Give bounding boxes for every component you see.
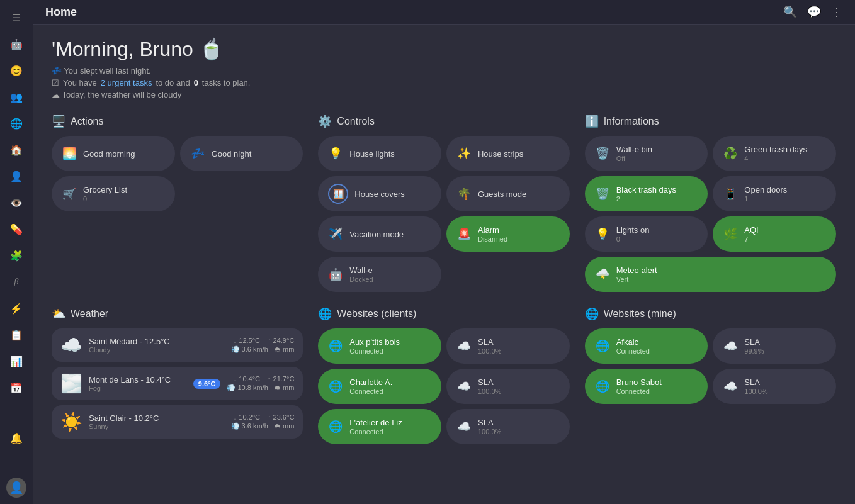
weather-line: ☁ Today, the weather will be cloudy — [52, 90, 836, 99]
controls-header: ⚙️ Controls — [318, 115, 569, 128]
sla-mine-1-icon: ☁️ — [723, 339, 738, 353]
grocery-sublabel: 0 — [83, 195, 165, 203]
websites-clients-panel: 🌐 Websites (clients) 🌐 Aux p'tits bois C… — [318, 307, 569, 444]
sidebar-puzzle-icon[interactable]: 🧩 — [5, 244, 28, 267]
sidebar-pill-icon[interactable]: 💊 — [5, 218, 28, 240]
weather-icon-1: ☁️ — [60, 335, 82, 356]
weather-temp-low-2: ↓ 10.4°C — [234, 375, 260, 383]
sidebar-chart-icon[interactable]: 📊 — [5, 350, 28, 372]
green-trash-sublabel: 4 — [744, 155, 826, 162]
liz-icon: 🌐 — [328, 420, 343, 434]
black-trash-label: Black trash days — [616, 185, 698, 194]
sleep-line: 💤 You slept well last night. — [52, 66, 836, 76]
liz-label: L'atelier de Liz — [349, 418, 431, 427]
weather-header: ⛅ Weather — [52, 307, 303, 321]
tile-wall-e[interactable]: 🤖 Wall-e Docked — [318, 257, 441, 292]
wall-e-label: Wall-e — [349, 266, 431, 275]
weather-row-2[interactable]: 🌫️ Mont de Lans - 10.4°C Fog 9.6°C ↓ 10.… — [52, 367, 303, 400]
weather-condition-3: Sunny — [89, 423, 225, 430]
sidebar-bell-icon[interactable]: 🔔 — [5, 427, 28, 450]
guests-mode-label: Guests mode — [478, 189, 560, 199]
house-covers-label: House covers — [354, 189, 431, 199]
tile-house-covers[interactable]: 🪟 House covers — [318, 176, 441, 211]
bruno-sabot-sublabel: Connected — [616, 388, 698, 395]
weather-temp-low-3: ↓ 10.2°C — [234, 413, 260, 421]
house-lights-icon: 💡 — [328, 147, 343, 160]
meteo-alert-sublabel: Vert — [616, 276, 826, 283]
tile-good-night[interactable]: 💤 Good night — [180, 136, 303, 171]
checkbox-icon: ☑ — [52, 78, 59, 87]
afkalc-icon: 🌐 — [595, 339, 610, 353]
meteo-alert-icon: 🌩️ — [595, 267, 610, 281]
wall-e-sublabel: Docked — [349, 276, 431, 283]
sidebar-globe-icon[interactable]: 🌐 — [5, 112, 28, 135]
tile-sla-1[interactable]: ☁️ SLA 100.0% — [446, 328, 570, 364]
alarm-label: Alarm — [478, 225, 560, 235]
sidebar-face-icon[interactable]: 😊 — [5, 59, 28, 82]
websites-clients-title: Websites (clients) — [337, 308, 416, 320]
sidebar-eye-icon[interactable]: 👁️ — [5, 191, 28, 214]
message-icon[interactable]: 💬 — [807, 5, 821, 19]
weather-stats-2: ↓ 10.4°C ↑ 21.7°C 💨 10.8 km/h 🌧 mm — [227, 375, 294, 392]
tile-aqi[interactable]: 🌿 AQI 7 — [713, 216, 836, 252]
actions-panel: 🖥️ Actions 🌅 Good morning 💤 Good night — [52, 115, 303, 292]
sidebar-list-icon[interactable]: 📋 — [5, 323, 28, 346]
tile-bruno-sabot[interactable]: 🌐 Bruno Sabot Connected — [585, 369, 708, 404]
wall-e-bin-label: Wall-e bin — [616, 145, 698, 154]
weather-name-1: Saint Médard - 12.5°C — [89, 337, 225, 346]
weather-wind-2: 💨 10.8 km/h 🌧 mm — [227, 384, 294, 392]
tile-black-trash[interactable]: 🗑️ Black trash days 2 — [585, 176, 708, 211]
more-icon[interactable]: ⋮ — [831, 5, 842, 19]
house-covers-icon: 🪟 — [328, 184, 348, 204]
sla-2-sublabel: 100.0% — [478, 388, 560, 395]
sidebar-home-icon[interactable]: 🏠 — [5, 138, 28, 161]
tile-afkalc[interactable]: 🌐 Afkalc Connected — [585, 328, 708, 364]
good-night-label: Good night — [212, 149, 293, 159]
tile-vacation-mode[interactable]: ✈️ Vacation mode — [318, 216, 441, 252]
tile-aux-ptits-bois[interactable]: 🌐 Aux p'tits bois Connected — [318, 328, 441, 364]
websites-clients-tiles: 🌐 Aux p'tits bois Connected ☁️ SLA 100.0… — [318, 328, 569, 444]
weather-row-1[interactable]: ☁️ Saint Médard - 12.5°C Cloudy ↓ 12.5°C… — [52, 328, 303, 362]
informations-title: Informations — [604, 116, 659, 127]
tile-sla-mine-1[interactable]: ☁️ SLA 99.9% — [713, 328, 836, 364]
controls-panel: ⚙️ Controls 💡 House lights ✨ House strip… — [318, 115, 569, 292]
tile-wall-e-bin[interactable]: 🗑️ Wall-e bin Off — [585, 136, 708, 171]
tile-house-lights[interactable]: 💡 House lights — [318, 136, 441, 171]
tile-sla-mine-2[interactable]: ☁️ SLA 100.0% — [713, 369, 836, 404]
tile-sla-2[interactable]: ☁️ SLA 100.0% — [446, 369, 570, 404]
tile-meteo-alert[interactable]: 🌩️ Meteo alert Vert — [585, 257, 836, 292]
avatar[interactable]: 👤 — [6, 478, 26, 498]
tile-house-strips[interactable]: ✨ House strips — [446, 136, 570, 171]
tile-lights-on[interactable]: 💡 Lights on 0 — [585, 216, 708, 252]
urgent-tasks-link[interactable]: 2 urgent tasks — [101, 78, 152, 87]
controls-tiles: 💡 House lights ✨ House strips 🪟 — [318, 136, 569, 292]
weather-title: Weather — [71, 308, 108, 320]
sidebar-robot-icon[interactable]: 🤖 — [5, 33, 28, 55]
sidebar-menu-icon[interactable]: ☰ — [5, 6, 28, 29]
informations-header: ℹ️ Informations — [585, 115, 836, 128]
websites-mine-icon: 🌐 — [585, 307, 599, 321]
black-trash-icon: 🗑️ — [595, 187, 610, 201]
tile-alarm[interactable]: 🚨 Alarm Disarmed — [446, 216, 570, 252]
weather-row-3[interactable]: ☀️ Saint Clair - 10.2°C Sunny ↓ 10.2°C ↑… — [52, 405, 303, 439]
tile-guests-mode[interactable]: 🌴 Guests mode — [446, 176, 570, 211]
tile-sla-3[interactable]: ☁️ SLA 100.0% — [446, 409, 570, 444]
tile-open-doors[interactable]: 📱 Open doors 1 — [713, 176, 836, 211]
sidebar-bolt-icon[interactable]: ⚡ — [5, 297, 28, 320]
tile-liz[interactable]: 🌐 L'atelier de Liz Connected — [318, 409, 441, 444]
tile-grocery-list[interactable]: 🛒 Grocery List 0 — [52, 176, 175, 211]
vacation-mode-label: Vacation mode — [349, 230, 431, 239]
tasks-end: tasks to plan. — [202, 78, 251, 87]
tile-green-trash[interactable]: ♻️ Green trash days 4 — [713, 136, 836, 171]
sidebar-person-icon[interactable]: 👤 — [5, 165, 28, 188]
greeting-title: 'Morning, Bruno 🍵 — [52, 37, 836, 61]
controls-icon: ⚙️ — [318, 115, 332, 128]
sidebar-beta-icon[interactable]: β — [5, 271, 28, 293]
tile-charlotte[interactable]: 🌐 Charlotte A. Connected — [318, 369, 441, 404]
sidebar-people-icon[interactable]: 👥 — [5, 86, 28, 108]
tile-good-morning[interactable]: 🌅 Good morning — [52, 136, 175, 171]
search-icon[interactable]: 🔍 — [783, 5, 797, 19]
sidebar-calendar-icon[interactable]: 📅 — [5, 376, 28, 399]
good-morning-icon: 🌅 — [62, 147, 77, 160]
sla-1-label: SLA — [478, 337, 560, 347]
